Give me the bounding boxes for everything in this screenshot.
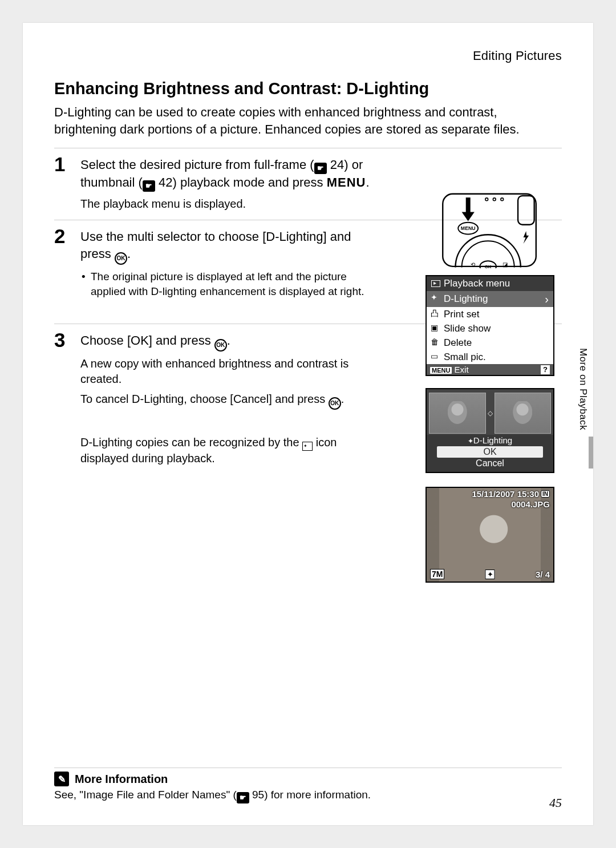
step-description: A new copy with enhanced brightness and … [80, 356, 371, 387]
more-info-title: More Information [75, 773, 168, 786]
svg-point-3 [493, 198, 496, 201]
playback-icon [431, 280, 440, 287]
intro-paragraph: D-Lighting can be used to create copies … [54, 104, 562, 139]
menu-item-icon: ✦ [431, 293, 437, 302]
playback-result-screen: 15/11/2007 15:30IN 0004.JPG 7M ✦ 3/ 4 [425, 487, 554, 583]
menu-item: 凸Print set [427, 307, 553, 321]
page-title: Enhancing Brightness and Contrast: D-Lig… [54, 79, 562, 98]
bullet-text: The original picture is displayed at lef… [80, 269, 371, 298]
preview-label: ✦D-Lighting [427, 435, 553, 446]
ok-button-icon [329, 397, 341, 410]
step-description: To cancel D-Lighting, choose [Cancel] an… [80, 391, 371, 410]
original-thumb [429, 393, 486, 434]
text: To cancel D-Lighting, choose [Cancel] an… [80, 393, 329, 405]
text: ) playback mode and press [172, 175, 326, 189]
menu-item-label: D-Lighting [444, 293, 488, 305]
preview-label-text: D-Lighting [473, 435, 512, 445]
step3-screenshots: ◇ ✦D-Lighting OK Cancel 15/11/2007 15:30… [425, 388, 554, 583]
menu-item: ✦D-Lighting› [427, 291, 553, 307]
step-description: D-Lighting copies can be recognized by t… [80, 435, 371, 466]
page-number: 45 [549, 795, 562, 810]
svg-text:MENU: MENU [461, 225, 476, 231]
side-tab-marker [589, 437, 593, 469]
step-heading: Choose [OK] and press . [80, 332, 371, 352]
image-size-badge: 7M [430, 569, 444, 579]
more-info-body: See, "Image File and Folder Names" (☛ 95… [54, 789, 562, 803]
text: Choose [OK] and press [80, 333, 214, 348]
menu-item-icon: 🗑 [431, 337, 439, 346]
menu-exit-bar: MENU Exit ? [427, 364, 553, 375]
menu-item: ▭Small pic. [427, 350, 553, 364]
enhanced-thumb [495, 393, 552, 434]
dlighting-preview-screen: ◇ ✦D-Lighting OK Cancel [425, 388, 554, 473]
ref-icon: ☛ [237, 792, 249, 803]
playback-menu-screenshot: Playback menu ✦D-Lighting›凸Print set▣Sli… [425, 275, 554, 376]
exit-label: Exit [455, 365, 469, 374]
step-number: 2 [54, 226, 70, 246]
in-badge: IN [541, 490, 550, 498]
text: See, "Image File and Folder Names" ( [54, 789, 237, 801]
ref-number: 95 [252, 789, 264, 801]
step-body: Select the desired picture from full-fra… [80, 154, 371, 216]
svg-text:⟲: ⟲ [471, 261, 476, 268]
menu-title-text: Playback menu [444, 278, 510, 289]
side-tab-label: More on Playback [577, 348, 589, 430]
playback-filename: 0004.JPG [511, 499, 550, 509]
svg-text:OK: OK [485, 264, 492, 268]
text: D-Lighting copies can be recognized by t… [80, 436, 302, 449]
dlighting-badge: ✦ [485, 570, 495, 579]
camera-diagram: MENU OK ⟲ ◪ [429, 191, 554, 268]
arrow-icon: ◇ [488, 409, 493, 417]
help-icon: ? [541, 365, 550, 374]
more-info-heading: ✎ More Information [54, 768, 562, 786]
chevron-right-icon: › [545, 293, 549, 306]
ref-number: 42 [159, 175, 172, 189]
preview-images: ◇ [427, 389, 553, 435]
step-body: Use the multi selector to choose [D-Ligh… [80, 226, 371, 302]
menu-button-label: MENU [327, 175, 366, 189]
ref-icon: ☛ [143, 180, 155, 192]
text: Select the desired picture from full-fra… [80, 158, 314, 172]
ref-icon: ☛ [314, 163, 327, 174]
ok-button-icon [115, 252, 127, 265]
preview-ok-option: OK [437, 446, 543, 458]
ok-button-icon [214, 339, 227, 352]
preview-cancel-option: Cancel [427, 458, 553, 472]
image-counter: 3/ 4 [536, 570, 550, 579]
menu-item: ▣Slide show [427, 321, 553, 336]
menu-item: 🗑Delete [427, 336, 553, 350]
menu-item-label: Print set [444, 309, 479, 320]
info-icon: ✎ [54, 772, 69, 786]
step-heading: Use the multi selector to choose [D-Ligh… [80, 228, 371, 265]
step-heading: Select the desired picture from full-fra… [80, 156, 371, 192]
svg-text:◪: ◪ [502, 261, 508, 268]
svg-rect-0 [443, 194, 536, 266]
step-number: 3 [54, 330, 70, 350]
dlighting-copy-icon: ✦ [302, 442, 313, 451]
menu-tag: MENU [430, 367, 452, 374]
text: ) for more information. [264, 789, 371, 801]
manual-page: Editing Pictures Enhancing Brightness an… [23, 23, 593, 825]
menu-screen: Playback menu ✦D-Lighting›凸Print set▣Sli… [425, 275, 554, 376]
step-body: Choose [OK] and press . A new copy with … [80, 330, 371, 471]
menu-item-label: Delete [444, 337, 472, 349]
menu-title-bar: Playback menu [427, 276, 553, 291]
svg-rect-1 [518, 196, 534, 225]
svg-point-2 [485, 198, 488, 201]
svg-point-4 [501, 198, 504, 201]
playback-date: 15/11/2007 15:30IN [472, 489, 550, 499]
step-description: The playback menu is displayed. [80, 196, 371, 212]
divider [54, 148, 562, 148]
text: . [366, 175, 370, 189]
menu-item-label: Small pic. [444, 352, 486, 363]
menu-item-icon: ▭ [431, 352, 438, 361]
section-header: Editing Pictures [54, 49, 562, 63]
menu-item-label: Slide show [444, 323, 491, 334]
menu-item-icon: ▣ [431, 323, 438, 332]
step-number: 1 [54, 154, 70, 174]
ref-number: 24 [330, 158, 344, 172]
more-information-section: ✎ More Information See, "Image File and … [54, 768, 562, 803]
menu-item-icon: 凸 [431, 309, 439, 319]
